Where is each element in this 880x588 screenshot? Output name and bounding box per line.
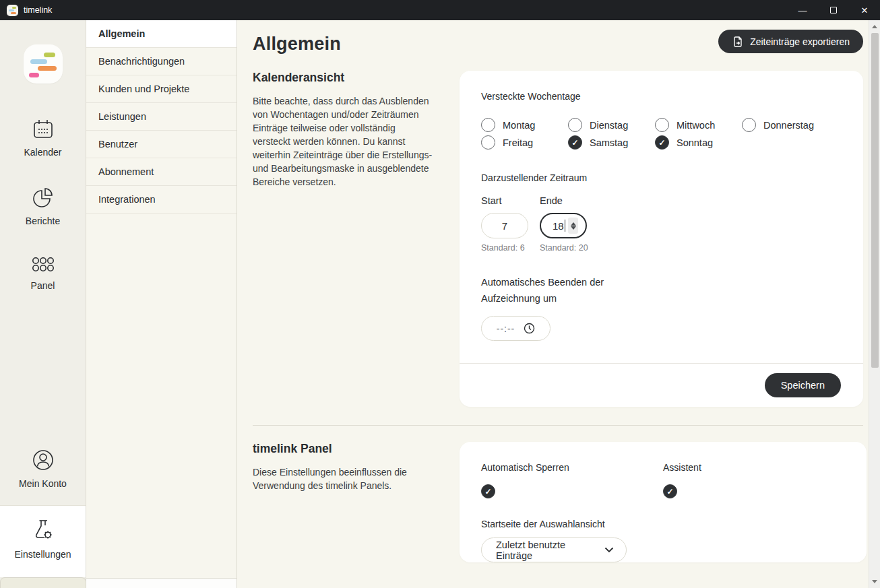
timelink-logo: [24, 44, 63, 84]
app-logo-icon: [7, 5, 18, 16]
export-time-entries-button[interactable]: Zeiteinträge exportieren: [718, 30, 863, 53]
title-bar: timelink — ✕: [0, 0, 880, 20]
time-placeholder: --:--: [497, 323, 515, 334]
start-label: Start: [481, 195, 528, 206]
minimize-button[interactable]: —: [787, 0, 818, 20]
checkbox-circle: [568, 135, 582, 150]
scroll-down-arrow[interactable]: [872, 580, 877, 583]
checkbox-samstag[interactable]: Samstag: [568, 135, 655, 150]
nav-item-benachrichtigungen[interactable]: Benachrichtigungen: [86, 48, 237, 75]
checkbox-circle: [655, 135, 669, 150]
main-content: Allgemein Zeiteinträge exportieren Kalen…: [237, 20, 880, 588]
sidebar-item-label: Mein Konto: [19, 478, 67, 489]
sidebar-item-label: Einstellungen: [14, 549, 71, 560]
settings-nav: Allgemein Benachrichtigungen Kunden und …: [86, 20, 237, 588]
start-default-hint: Standard: 6: [481, 243, 528, 253]
start-input[interactable]: 7: [481, 213, 528, 238]
flask-gear-icon: [30, 517, 57, 544]
chevron-down-icon: [604, 547, 614, 553]
close-button[interactable]: ✕: [849, 0, 880, 20]
checkbox-donnerstag[interactable]: Donnerstag: [742, 118, 829, 132]
grid-dots-icon: [30, 255, 56, 275]
hidden-weekdays-label: Versteckte Wochentage: [481, 91, 842, 102]
nav-item-leistungen[interactable]: Leistungen: [86, 103, 237, 131]
calendar-icon: [31, 117, 55, 141]
checkbox-montag[interactable]: Montag: [481, 118, 568, 132]
auto-lock-label: Automatisch Sperren: [481, 462, 663, 473]
pie-chart-icon: [31, 186, 55, 210]
maximize-button[interactable]: [818, 0, 849, 20]
page-title: Allgemein: [253, 34, 341, 55]
section-description: Diese Einstellungen beeinflussen die Ver…: [253, 465, 433, 492]
sidebar-item-kalender[interactable]: Kalender: [0, 110, 86, 164]
sidebar-item-berichte[interactable]: Berichte: [0, 179, 86, 233]
end-default-hint: Standard: 20: [540, 243, 588, 253]
sidebar-item-label: Berichte: [26, 216, 60, 226]
nav-footer-strip: [86, 578, 237, 588]
end-input[interactable]: 18: [540, 213, 587, 238]
start-page-select[interactable]: Zuletzt benutzte Einträge: [481, 537, 627, 562]
checkbox-circle: [481, 118, 495, 132]
section-title-kalenderansicht: Kalenderansicht: [253, 71, 433, 85]
nav-item-benutzer[interactable]: Benutzer: [86, 131, 237, 158]
assistant-checkbox[interactable]: [663, 484, 677, 498]
sidebar-rail: Kalender Berichte Panel Mein Konto: [0, 20, 86, 588]
checkbox-circle: [655, 118, 669, 132]
checkbox-dienstag[interactable]: Dienstag: [568, 118, 655, 132]
section-title-timelink-panel: timelink Panel: [253, 442, 433, 456]
section-divider: [253, 425, 863, 426]
nav-item-kunden-und-projekte[interactable]: Kunden und Projekte: [86, 75, 237, 103]
checkbox-circle: [742, 118, 756, 132]
checkbox-sonntag[interactable]: Sonntag: [655, 135, 742, 150]
clock-icon: [524, 323, 535, 334]
sidebar-item-mein-konto[interactable]: Mein Konto: [0, 440, 86, 496]
period-label: Darzustellender Zeitraum: [481, 172, 842, 183]
scrollbar-thumb[interactable]: [871, 33, 879, 368]
autostop-label: Automatisches Beenden der Aufzeichnung u…: [481, 274, 842, 306]
timelink-panel-card: Automatisch Sperren Assistent Startseite…: [460, 442, 867, 562]
sidebar-item-label: Kalender: [24, 147, 61, 158]
sidebar-item-einstellungen[interactable]: Einstellungen: [0, 505, 86, 577]
vertical-scrollbar[interactable]: [869, 20, 880, 588]
auto-lock-checkbox[interactable]: [481, 484, 495, 498]
autostop-time-input[interactable]: --:--: [481, 316, 551, 341]
window-title: timelink: [24, 5, 52, 15]
checkbox-freitag[interactable]: Freitag: [481, 135, 568, 150]
sidebar-scroll-stub: [0, 577, 86, 588]
checkbox-circle: [481, 135, 495, 150]
scroll-up-arrow[interactable]: [872, 25, 877, 28]
end-label: Ende: [540, 195, 588, 206]
nav-item-abonnement[interactable]: Abonnement: [86, 158, 237, 186]
assistant-label: Assistent: [663, 462, 845, 473]
export-document-icon: [732, 36, 744, 48]
text-caret: [565, 220, 566, 232]
kalenderansicht-card: Versteckte Wochentage Montag Dienstag Mi…: [460, 71, 863, 407]
user-icon: [30, 447, 56, 473]
section-description: Bitte beachte, dass durch das Ausblenden…: [253, 94, 433, 189]
nav-item-allgemein[interactable]: Allgemein: [86, 20, 237, 48]
checkbox-circle: [568, 118, 582, 132]
nav-item-integrationen[interactable]: Integrationen: [86, 186, 237, 214]
start-page-label: Startseite der Auswahlansicht: [481, 519, 845, 529]
sidebar-item-label: Panel: [31, 280, 55, 291]
number-spinner[interactable]: [568, 218, 578, 234]
weekday-checkbox-grid: Montag Dienstag Mittwoch Donnerstag: [481, 118, 842, 150]
checkbox-mittwoch[interactable]: Mittwoch: [655, 118, 742, 132]
save-button[interactable]: Speichern: [765, 373, 841, 397]
sidebar-item-panel[interactable]: Panel: [0, 248, 86, 298]
